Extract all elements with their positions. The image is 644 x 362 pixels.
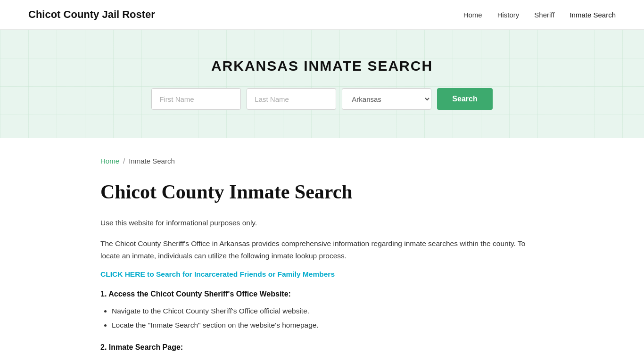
nav-home[interactable]: Home [463, 11, 482, 19]
click-here-link[interactable]: CLICK HERE to Search for Incarcerated Fr… [100, 270, 335, 279]
header: Chicot County Jail Roster Home History S… [0, 0, 644, 30]
section2-heading: 2. Inmate Search Page: [100, 343, 544, 352]
breadcrumb-home[interactable]: Home [100, 157, 119, 165]
main-content: Home / Inmate Search Chicot County Inmat… [72, 138, 572, 362]
breadcrumb-current: Inmate Search [129, 157, 175, 165]
hero-section: ARKANSAS INMATE SEARCH ArkansasAlabamaAl… [0, 30, 644, 138]
nav-inmate-search[interactable]: Inmate Search [570, 11, 616, 19]
page-content: Use this website for informational purpo… [100, 217, 544, 351]
list-item: Locate the "Inmate Search" section on th… [112, 319, 544, 331]
breadcrumb-separator: / [123, 157, 125, 165]
breadcrumb: Home / Inmate Search [100, 157, 544, 165]
nav-history[interactable]: History [497, 11, 520, 19]
site-title: Chicot County Jail Roster [28, 8, 155, 21]
last-name-input[interactable] [247, 88, 336, 110]
first-name-input[interactable] [151, 88, 241, 110]
section1-list: Navigate to the Chicot County Sheriff's … [112, 305, 544, 332]
state-select[interactable]: ArkansasAlabamaAlaskaArizonaCaliforniaCo… [342, 88, 431, 110]
hero-title: ARKANSAS INMATE SEARCH [9, 58, 635, 74]
inmate-search-form: ArkansasAlabamaAlaskaArizonaCaliforniaCo… [9, 88, 635, 110]
page-heading: Chicot County Inmate Search [100, 180, 544, 204]
search-button[interactable]: Search [437, 88, 492, 110]
intro-para-2: The Chicot County Sheriff's Office in Ar… [100, 238, 544, 262]
section1-heading: 1. Access the Chicot County Sheriff's Of… [100, 290, 544, 298]
list-item: Navigate to the Chicot County Sheriff's … [112, 305, 544, 317]
nav-sheriff[interactable]: Sheriff [534, 11, 554, 19]
main-nav: Home History Sheriff Inmate Search [463, 11, 616, 19]
intro-para-1: Use this website for informational purpo… [100, 217, 544, 229]
